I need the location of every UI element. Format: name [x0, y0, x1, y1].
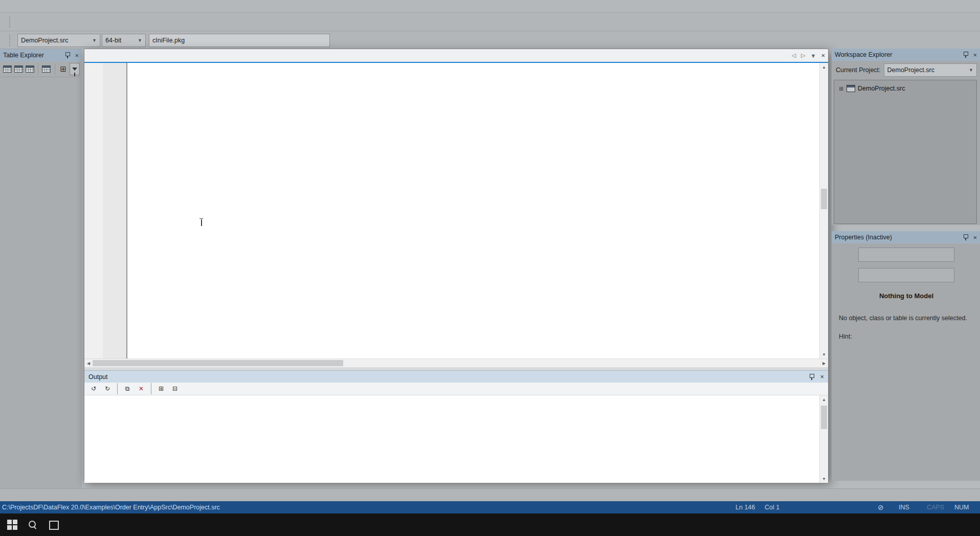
architecture-combobox[interactable]: 64-bit ▼: [102, 34, 146, 47]
properties-empty-heading: Nothing to Model: [839, 292, 974, 301]
output-panel-header: Output ×: [84, 370, 828, 383]
close-icon[interactable]: ×: [973, 234, 977, 241]
scroll-down-icon[interactable]: ▼: [820, 350, 828, 359]
properties-empty-message: No object, class or table is currently s…: [839, 314, 974, 323]
properties-panel: Properties (Inactive) × Nothing to Model…: [832, 231, 980, 481]
architecture-combobox-value: 64-bit: [105, 37, 133, 44]
tab-scroll-right-icon[interactable]: ▷: [801, 52, 805, 59]
output-panel-title: Output: [88, 373, 809, 381]
scroll-right-icon[interactable]: ▶: [820, 359, 828, 367]
open-file-combobox[interactable]: cIniFile.pkg: [149, 34, 330, 47]
chevron-down-icon: ▼: [92, 38, 97, 43]
main-toolbar: [0, 12, 980, 31]
fold-margin: [84, 63, 103, 359]
clear-output-icon[interactable]: ✕: [135, 383, 147, 395]
readonly-icon: ⊘: [878, 503, 884, 511]
statusbar-line: Ln 146: [736, 504, 755, 511]
chevron-down-icon: ▼: [969, 68, 973, 73]
table-explorer-title: Table Explorer: [3, 52, 64, 59]
editor-vertical-scrollbar[interactable]: ▲ ▼: [819, 63, 828, 359]
scroll-up-icon[interactable]: ▲: [820, 395, 828, 404]
find-table-icon[interactable]: [25, 63, 35, 75]
editor-horizontal-scrollbar[interactable]: ◀ ▶: [84, 359, 828, 367]
current-project-combobox[interactable]: DemoProject.src ▼: [884, 63, 977, 77]
edit-table-icon[interactable]: [13, 63, 24, 75]
statusbar-num: NUM: [954, 504, 969, 511]
project-icon: [847, 85, 855, 92]
close-icon[interactable]: ×: [973, 52, 977, 58]
properties-header: Properties (Inactive) ×: [832, 231, 980, 243]
scroll-left-icon[interactable]: ◀: [84, 359, 93, 367]
expand-icon[interactable]: ⊞: [838, 86, 844, 92]
start-button-icon[interactable]: [7, 520, 17, 530]
scroll-down-icon[interactable]: ▼: [820, 475, 828, 483]
expand-all-icon[interactable]: ⊞: [155, 383, 167, 395]
statusbar-caps: CAPS: [927, 504, 944, 511]
object-class-field[interactable]: [858, 268, 954, 282]
close-icon[interactable]: ×: [820, 373, 824, 380]
restructure-table-icon[interactable]: [41, 63, 52, 75]
current-project-label: Current Project:: [836, 66, 881, 74]
properties-title: Properties (Inactive): [835, 234, 963, 241]
debug-toolbar: DemoProject.src ▼ 64-bit ▼ cIniFile.pkg: [0, 31, 980, 49]
workspace-explorer-panel: Workspace Explorer × Current Project: De…: [832, 49, 980, 225]
tab-scroll-left-icon[interactable]: ◁: [792, 52, 796, 59]
pin-icon[interactable]: [963, 51, 969, 58]
properties-hint-label: Hint:: [839, 332, 974, 341]
table-explorer-toolbar: ⊞: [0, 61, 82, 77]
copy-output-icon[interactable]: ⧉: [121, 383, 133, 395]
current-project-value: DemoProject.src: [887, 66, 965, 74]
chevron-down-icon: ▼: [138, 38, 142, 43]
project-combobox[interactable]: DemoProject.src ▼: [17, 34, 100, 47]
dataflex-studio-window: { "menu": {"items": ["File","Edit","Text…: [0, 0, 980, 536]
project-combobox-value: DemoProject.src: [21, 37, 88, 44]
output-toolbar: ↺ ↻ ⧉ ✕ ⊞ ⊟: [84, 383, 828, 395]
output-vertical-scrollbar[interactable]: ▲ ▼: [819, 395, 828, 483]
line-number-gutter: [103, 63, 127, 359]
document-tabstrip: ◁ ▷ ▼ ×: [84, 49, 828, 62]
next-result-icon[interactable]: ↻: [101, 383, 114, 395]
relationships-icon[interactable]: ⊞: [58, 63, 69, 75]
windows-taskbar: [0, 513, 980, 536]
pin-icon[interactable]: [64, 52, 71, 59]
menubar: [0, 0, 980, 12]
workspace-explorer-title: Workspace Explorer: [835, 51, 963, 58]
tab-list-icon[interactable]: ▼: [811, 53, 816, 59]
table-explorer-panel: Table Explorer × ⊞: [0, 49, 82, 489]
statusbar: C:\ProjectsDF\DataFlex 20.0\Examples\Ord…: [0, 501, 980, 513]
editor-vscroll-thumb[interactable]: [821, 189, 827, 209]
object-name-field[interactable]: [858, 248, 954, 262]
task-view-icon[interactable]: [49, 521, 59, 530]
workspace-root-label: DemoProject.src: [858, 85, 905, 92]
filter-icon[interactable]: [70, 63, 80, 75]
table-explorer-header: Table Explorer ×: [0, 49, 82, 61]
code-editor[interactable]: ▲ ▼: [84, 63, 828, 359]
pin-icon[interactable]: [809, 373, 815, 381]
workspace-tree: ⊞ DemoProject.src: [834, 80, 977, 224]
prev-result-icon[interactable]: ↺: [87, 383, 100, 395]
open-file-combobox-value: cIniFile.pkg: [152, 37, 326, 44]
pin-icon[interactable]: [963, 234, 969, 241]
statusbar-file-path: C:\ProjectsDF\DataFlex 20.0\Examples\Ord…: [2, 504, 220, 511]
statusbar-column: Col 1: [765, 504, 779, 511]
table-explorer-tree: [0, 77, 82, 80]
statusbar-ins: INS: [899, 504, 909, 511]
workspace-explorer-header: Workspace Explorer ×: [832, 49, 980, 61]
taskbar-search-icon[interactable]: [29, 521, 37, 529]
toolbar-grip[interactable]: [9, 16, 13, 28]
editor-hscroll-thumb[interactable]: [93, 360, 343, 366]
close-icon[interactable]: ×: [75, 52, 79, 59]
new-table-icon[interactable]: [2, 63, 12, 75]
close-document-icon[interactable]: ×: [821, 52, 825, 59]
ibeam-cursor: [199, 218, 204, 227]
dock-tabbar: [0, 488, 980, 502]
code-editor-window: ◁ ▷ ▼ × ▲ ▼ ◀ ▶ Output × ↺ ↻ ⧉ ✕ ⊞: [84, 49, 829, 481]
toolbar-grip-2[interactable]: [9, 35, 13, 46]
scroll-up-icon[interactable]: ▲: [820, 63, 828, 71]
collapse-all-icon[interactable]: ⊟: [169, 383, 181, 395]
output-list: ▲ ▼: [84, 395, 828, 483]
workspace-tree-root[interactable]: ⊞ DemoProject.src: [834, 83, 976, 95]
output-vscroll-thumb[interactable]: [821, 406, 827, 429]
